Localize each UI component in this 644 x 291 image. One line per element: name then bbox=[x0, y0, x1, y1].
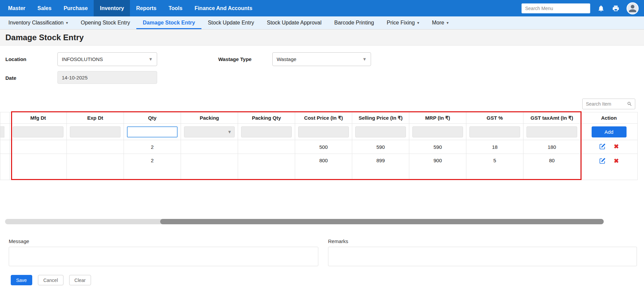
subnav-item-label: Stock Update Approval bbox=[267, 20, 322, 26]
gst-percent-input[interactable] bbox=[469, 126, 520, 137]
date-field[interactable] bbox=[57, 71, 157, 84]
table-header-qty: Qty bbox=[124, 112, 181, 124]
cost-price-input[interactable] bbox=[298, 126, 349, 137]
subnav-item-price-fixing[interactable]: Price Fixing ▾ bbox=[380, 16, 426, 29]
cell-mrp: 590 bbox=[409, 140, 466, 154]
partial-input bbox=[0, 126, 4, 137]
search-item-input[interactable] bbox=[585, 101, 625, 107]
delete-row-button[interactable]: ✖ bbox=[614, 158, 619, 164]
table-header-exp-dt: Exp Dt bbox=[67, 112, 124, 124]
subnav-item-label: More bbox=[432, 20, 444, 26]
subnav-item-opening-stock-entry[interactable]: Opening Stock Entry bbox=[75, 16, 137, 29]
page-title: Damage Stock Entry bbox=[5, 33, 84, 42]
chevron-down-icon: ▾ bbox=[66, 21, 68, 25]
table-row: 2 500 590 590 18 180 ✖ bbox=[0, 140, 638, 154]
packing-select[interactable]: ▼ bbox=[184, 126, 235, 137]
topnav-item-reports[interactable]: Reports bbox=[130, 0, 162, 16]
qty-input[interactable] bbox=[127, 126, 178, 137]
clear-button[interactable]: Clear bbox=[69, 275, 91, 285]
cell-actions: ✖ bbox=[581, 140, 638, 154]
topnav-item-sales[interactable]: Sales bbox=[32, 0, 58, 16]
notification-bell-icon[interactable] bbox=[597, 4, 605, 12]
cancel-button[interactable]: Cancel bbox=[38, 275, 63, 285]
table-header-row: Mfg Dt Exp Dt Qty Packing Packing Qty Co… bbox=[0, 112, 638, 124]
chevron-down-icon: ▾ bbox=[447, 21, 449, 25]
add-item-button[interactable]: Add bbox=[592, 126, 627, 137]
delete-row-button[interactable]: ✖ bbox=[614, 143, 619, 150]
table-header-cost-price: Cost Price (In ₹) bbox=[295, 112, 352, 124]
damage-stock-table-section: Mfg Dt Exp Dt Qty Packing Packing Qty Co… bbox=[0, 99, 644, 180]
table-header-packing: Packing bbox=[181, 112, 238, 124]
topnav-item-master[interactable]: Master bbox=[2, 0, 32, 16]
cell-exp-dt bbox=[67, 140, 124, 154]
exp-dt-input[interactable] bbox=[70, 126, 121, 137]
edit-icon bbox=[599, 143, 606, 150]
wastage-type-selected-value: Wastage bbox=[277, 56, 296, 62]
location-select[interactable]: INFOSOLUTIONS ▼ bbox=[57, 52, 157, 66]
wastage-type-label: Wastage Type bbox=[218, 52, 251, 66]
table-header-action: Action bbox=[581, 112, 638, 124]
subnav-item-label: Stock Update Entry bbox=[208, 20, 254, 26]
packing-qty-input[interactable] bbox=[241, 126, 292, 137]
chevron-down-icon: ▼ bbox=[148, 57, 153, 62]
topnav-item-purchase[interactable]: Purchase bbox=[57, 0, 94, 16]
inventory-sub-navigation: Inventory Classification ▾ Opening Stock… bbox=[0, 16, 644, 30]
table-header-gst-tax-amt: GST taxAmt (In ₹) bbox=[523, 112, 581, 124]
wastage-type-select[interactable]: Wastage ▼ bbox=[272, 52, 371, 66]
message-textarea[interactable] bbox=[9, 247, 318, 266]
cell-gst-percent: 18 bbox=[466, 140, 523, 154]
delete-icon: ✖ bbox=[614, 143, 619, 150]
chevron-down-icon: ▼ bbox=[227, 129, 232, 134]
menu-search-input[interactable] bbox=[521, 3, 590, 13]
cell-actions: ✖ bbox=[581, 154, 638, 180]
horizontal-scrollbar-thumb[interactable] bbox=[160, 219, 604, 224]
top-navigation: Master Sales Purchase Inventory Reports … bbox=[0, 0, 644, 16]
edit-row-button[interactable] bbox=[599, 158, 606, 164]
search-item-box bbox=[582, 99, 635, 109]
mrp-input[interactable] bbox=[412, 126, 463, 137]
cell-packing-qty bbox=[238, 140, 295, 154]
cell-mfg-dt bbox=[10, 140, 67, 154]
location-selected-value: INFOSOLUTIONS bbox=[62, 56, 103, 62]
cell-exp-dt bbox=[67, 154, 124, 180]
message-field-group: Message bbox=[9, 238, 318, 266]
save-button[interactable]: Save bbox=[11, 275, 32, 285]
form-action-buttons: Save Cancel Clear bbox=[11, 275, 644, 285]
mfg-dt-input[interactable] bbox=[13, 126, 63, 137]
topnav-item-tools[interactable]: Tools bbox=[163, 0, 188, 16]
cell-packing-qty bbox=[238, 154, 295, 180]
topnav-item-finance[interactable]: Finance And Accounts bbox=[188, 0, 258, 16]
subnav-item-more[interactable]: More ▾ bbox=[425, 16, 455, 29]
cell-mfg-dt bbox=[10, 154, 67, 180]
topnav-item-inventory[interactable]: Inventory bbox=[94, 0, 130, 16]
subnav-item-inventory-classification[interactable]: Inventory Classification ▾ bbox=[2, 16, 75, 29]
cell-gst-tax-amt: 80 bbox=[523, 154, 581, 180]
table-header-gst-percent: GST % bbox=[466, 112, 523, 124]
cell-mrp: 900 bbox=[409, 154, 466, 180]
title-bar: Damage Stock Entry bbox=[0, 30, 644, 46]
footer-fields: Message Remarks bbox=[9, 238, 644, 266]
table-header-mrp: MRP (In ₹) bbox=[409, 112, 466, 124]
edit-row-button[interactable] bbox=[599, 143, 606, 150]
selling-price-input[interactable] bbox=[355, 126, 406, 137]
table-header-packing-qty: Packing Qty bbox=[238, 112, 295, 124]
cell-qty: 2 bbox=[124, 154, 181, 180]
subnav-item-stock-update-approval[interactable]: Stock Update Approval bbox=[261, 16, 328, 29]
cell-selling-price: 899 bbox=[352, 154, 409, 180]
damage-stock-items-table: Mfg Dt Exp Dt Qty Packing Packing Qty Co… bbox=[0, 112, 638, 180]
table-row: 2 800 899 900 5 80 ✖ bbox=[0, 154, 638, 180]
gst-tax-amt-input[interactable] bbox=[526, 126, 577, 137]
subnav-item-barcode-printing[interactable]: Barcode Printing bbox=[328, 16, 380, 29]
cell-gst-tax-amt: 180 bbox=[523, 140, 581, 154]
horizontal-scrollbar-track[interactable] bbox=[5, 219, 604, 224]
search-icon bbox=[627, 101, 632, 107]
remarks-textarea[interactable] bbox=[328, 247, 637, 266]
user-avatar[interactable] bbox=[627, 2, 639, 14]
subnav-item-stock-update-entry[interactable]: Stock Update Entry bbox=[201, 16, 261, 29]
cell-qty: 2 bbox=[124, 140, 181, 154]
print-icon[interactable] bbox=[612, 4, 620, 12]
subnav-item-damage-stock-entry[interactable]: Damage Stock Entry bbox=[136, 16, 201, 29]
cell-cost-price: 500 bbox=[295, 140, 352, 154]
remarks-label: Remarks bbox=[328, 238, 637, 244]
table-header-selling-price: Selling Price (In ₹) bbox=[352, 112, 409, 124]
